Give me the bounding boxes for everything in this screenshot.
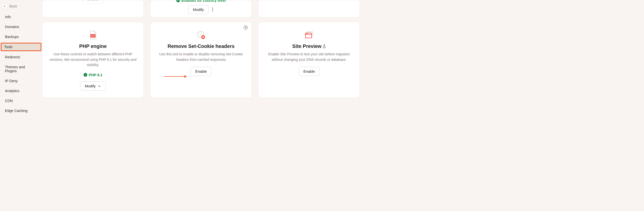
top-card-2-modify-button[interactable]: Modify — [188, 5, 208, 14]
cookie-remove-icon — [196, 30, 206, 40]
sidebar: Back Info Domains Backups Tools Redirect… — [0, 0, 42, 127]
kebab-menu-icon[interactable] — [211, 7, 214, 13]
card-site-preview: Site Preview Enable Site Preview to test… — [258, 22, 360, 98]
card-grid: PHP engine Use these controls to switch … — [42, 22, 387, 98]
card-cookie-title: Remove Set-Cookie headers — [168, 44, 234, 49]
sidebar-item-tools[interactable]: Tools — [1, 43, 42, 51]
svg-point-10 — [306, 34, 307, 34]
top-card-1: Enable — [42, 0, 144, 17]
top-card-2-status: Enabled for country level — [176, 0, 226, 3]
php-modify-button[interactable]: Modify — [80, 81, 106, 91]
sidebar-item-backups[interactable]: Backups — [2, 33, 41, 41]
top-card-3 — [258, 0, 360, 17]
back-row: Back — [0, 2, 42, 12]
cookie-enable-button[interactable]: Enable — [190, 67, 212, 76]
back-button[interactable] — [2, 4, 8, 9]
card-remove-cookie: ? Remove Set-Cookie headers Use this too… — [150, 22, 252, 98]
preview-enable-button[interactable]: Enable — [299, 67, 320, 76]
sidebar-nav: Info Domains Backups Tools Redirects The… — [0, 12, 42, 116]
arrow-left-icon — [3, 5, 6, 8]
card-cookie-desc: Use this tool to enable or disable remov… — [158, 52, 245, 62]
svg-point-11 — [307, 34, 307, 34]
svg-point-5 — [202, 35, 202, 36]
php-modify-label: Modify — [85, 84, 96, 88]
sidebar-item-themes-plugins[interactable]: Themes and Plugins — [2, 63, 41, 75]
check-icon — [84, 73, 87, 77]
content: Enable Enabled for country level Modify — [42, 0, 387, 127]
svg-point-4 — [200, 36, 200, 36]
card-php-desc: Use these controls to switch between dif… — [49, 52, 136, 68]
sidebar-item-info[interactable]: Info — [2, 13, 41, 21]
code-file-icon — [88, 30, 98, 40]
top-card-2-status-text: Enabled for country level — [182, 0, 226, 3]
flask-icon — [322, 45, 326, 48]
card-php-engine: PHP engine Use these controls to switch … — [42, 22, 144, 98]
sidebar-item-ip-deny[interactable]: IP Deny — [2, 77, 41, 85]
back-label: Back — [10, 4, 17, 8]
top-card-row: Enable Enabled for country level Modify — [42, 0, 387, 17]
sidebar-item-cdn[interactable]: CDN — [2, 97, 41, 105]
top-card-2: Enabled for country level Modify — [150, 0, 252, 17]
svg-point-12 — [308, 34, 308, 34]
card-preview-desc: Enable Site Preview to test your site be… — [266, 52, 353, 62]
svg-point-2 — [199, 33, 200, 34]
card-php-status-text: PHP 8.1 — [89, 73, 102, 77]
card-preview-title-text: Site Preview — [292, 44, 322, 49]
sidebar-item-analytics[interactable]: Analytics — [2, 87, 41, 95]
card-php-title: PHP engine — [79, 44, 107, 49]
check-icon — [176, 0, 180, 2]
chevron-down-icon — [98, 84, 101, 88]
card-preview-title: Site Preview — [292, 44, 326, 49]
sidebar-item-edge-caching[interactable]: Edge Caching — [2, 107, 41, 115]
browser-preview-icon — [304, 30, 314, 40]
help-icon[interactable]: ? — [244, 26, 248, 30]
card-php-status: PHP 8.1 — [84, 73, 102, 77]
sidebar-item-redirects[interactable]: Redirects — [2, 53, 41, 61]
top-card-1-enable-button[interactable]: Enable — [82, 0, 104, 4]
sidebar-item-domains[interactable]: Domains — [2, 23, 41, 31]
svg-point-3 — [201, 33, 202, 33]
arrow-annotation — [164, 75, 187, 78]
